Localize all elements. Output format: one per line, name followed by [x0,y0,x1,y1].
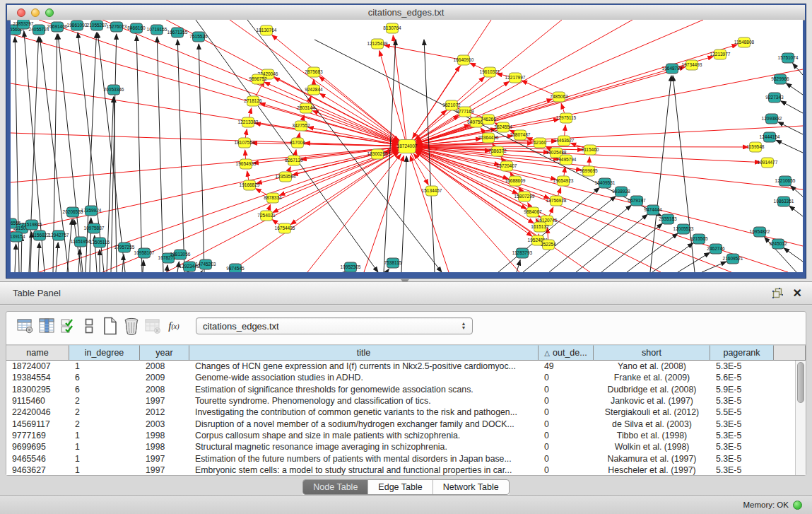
graph-node[interactable]: 11548808 [734,37,755,47]
graph-edge[interactable] [199,44,204,272]
graph-node[interactable]: 12942757 [49,230,69,240]
table-row[interactable]: 1872400712008Changes of HCN gene express… [6,361,795,372]
graph-edge[interactable] [401,156,406,272]
graph-node[interactable]: 746266 [481,115,496,124]
graph-node[interactable]: 9938928 [612,187,630,197]
column-header-out_de[interactable]: △out_de... [539,345,594,361]
graph-node[interactable]: 12005523 [673,224,694,234]
graph-node[interactable]: 9884067 [524,207,542,217]
graph-node[interactable]: 16671355 [167,28,188,37]
graph-node[interactable]: 62160 [534,138,546,148]
graph-edge[interactable] [652,243,693,272]
graph-node[interactable]: 20053346 [104,85,124,95]
graph-edge[interactable] [407,146,559,159]
window-titlebar[interactable]: citations_edges.txt [7,5,805,21]
graph-node[interactable]: 252254 [541,240,556,250]
graph-node[interactable]: 10719155 [147,25,167,35]
graph-node[interactable]: 6679197 [628,196,646,206]
graph-edge[interactable] [143,260,143,272]
graph-edge[interactable] [11,147,397,182]
graph-node[interactable]: 18724007 [397,140,418,153]
graph-edge[interactable] [517,260,520,272]
graph-node[interactable]: 15751074 [778,53,799,63]
graph-edge[interactable] [786,83,803,95]
graph-edge[interactable] [364,156,404,272]
graph-node[interactable]: 19756928 [546,196,567,206]
scrollbar-thumb[interactable] [797,362,804,403]
graph-node[interactable]: 17359924 [81,206,102,216]
table-row[interactable]: 946362711997Embryonic stem cells: a mode… [6,465,795,475]
new-file-icon[interactable] [100,316,121,336]
graph-edge[interactable] [56,243,58,272]
graph-node[interactable]: 21055287 [87,21,107,30]
graph-edge[interactable] [776,140,803,153]
graph-edge[interactable] [678,252,710,272]
graph-node[interactable]: 12213383 [238,117,259,127]
graph-edge[interactable] [793,64,803,75]
graph-node[interactable]: 19654923 [553,176,574,186]
graph-edge[interactable] [177,40,184,272]
graph-node[interactable]: 10958107 [134,248,155,258]
graph-edge[interactable] [417,148,803,246]
graph-node[interactable]: 8878334 [264,193,282,203]
graph-edge[interactable] [417,126,803,146]
column-header-short[interactable]: short [594,345,710,361]
graph-node[interactable]: 2935183 [659,214,677,224]
graph-edge[interactable] [784,248,803,262]
graph-node[interactable]: 3427552 [292,121,310,131]
graph-node[interactable]: 8466160 [127,23,146,33]
graph-node[interactable]: 8267130 [285,156,303,165]
graph-node[interactable]: 10952305 [341,262,361,272]
graph-edge[interactable] [201,271,202,272]
graph-node[interactable]: 19861093 [67,21,88,30]
table-selector-combo[interactable]: citations_edges.txt ▲▼ [196,317,473,334]
table-row[interactable]: 911546021997Tourette syndrome. Phenomeno… [6,395,795,407]
graph-edge[interactable] [272,35,407,146]
graph-node[interactable]: 9215505 [690,234,708,244]
graph-edge[interactable] [416,20,703,142]
column-header-pagerank[interactable]: pagerank [710,345,774,361]
graph-edge[interactable] [549,205,631,272]
graph-node[interactable]: 9699695 [579,166,598,176]
graph-edge[interactable] [15,244,16,272]
graph-node[interactable]: 7538115 [384,258,402,268]
graph-node[interactable]: 9777169 [456,107,474,117]
graph-node[interactable]: 2462746 [707,244,725,254]
graph-edge[interactable] [601,223,662,272]
table-row[interactable]: 1456911722003Disruption of a novel membe… [6,418,795,429]
graph-edge[interactable] [157,37,163,272]
rows-toggle-icon[interactable] [78,316,100,336]
import-table-icon[interactable] [142,316,163,336]
column-header-year[interactable]: year [140,345,189,361]
graph-node[interactable]: 9242844 [305,85,323,95]
table-row[interactable]: 1830029562008Estimation of significance … [6,384,795,395]
graph-edge[interactable] [627,233,678,272]
graph-edge[interactable] [410,156,449,272]
graph-node[interactable]: 7485063 [550,92,568,102]
graph-edge[interactable] [789,206,803,216]
graph-node[interactable]: 11156822 [30,230,49,240]
graph-node[interactable]: 10863351 [774,197,794,206]
graph-node[interactable]: 16648784 [662,64,683,74]
tab-network-table[interactable]: Network Table [433,480,509,494]
graph-edge[interactable] [11,148,397,232]
table-row[interactable]: 2242004622012Investigating the contribut… [6,407,795,418]
graph-node[interactable]: 15134457 [422,186,442,196]
graph-node[interactable]: 10954822 [750,227,770,237]
graph-node[interactable]: 12213977 [710,49,731,59]
graph-node[interactable]: 20364436 [478,133,499,143]
column-header-title[interactable]: title [189,345,539,361]
graph-edge[interactable] [264,82,407,146]
graph-node[interactable]: 12353594 [276,172,296,182]
graph-edge[interactable] [673,76,695,272]
graph-node[interactable]: 12125439 [367,39,388,49]
table-settings-icon[interactable] [15,316,36,336]
column-header-name[interactable]: name [6,345,69,361]
graph-node[interactable]: 16754435 [275,223,295,233]
table-row[interactable]: 946554611997Estimation of the future num… [6,452,795,464]
graph-edge[interactable] [230,152,399,272]
graph-edge[interactable] [702,262,726,272]
graph-edge[interactable] [791,186,803,197]
graph-node[interactable]: 9874545 [226,264,245,272]
graph-edge[interactable] [11,34,398,144]
